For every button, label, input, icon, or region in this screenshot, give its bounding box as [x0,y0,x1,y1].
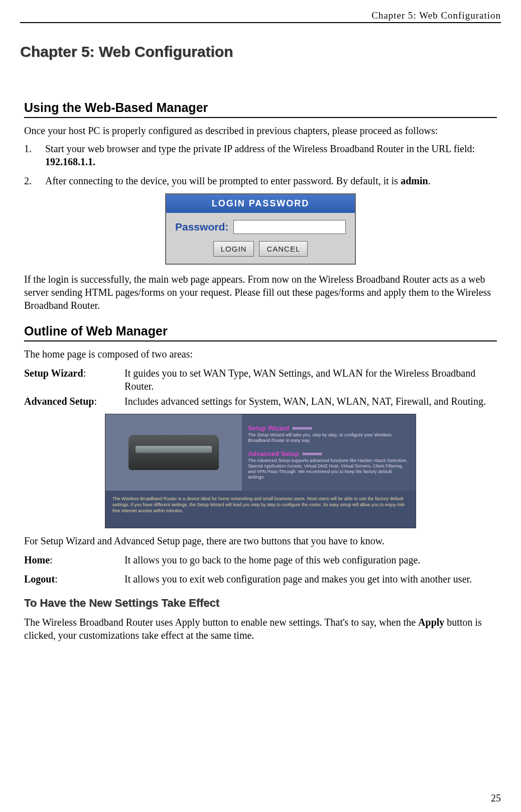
router-device-icon [128,435,219,470]
advanced-text: The Advanced Setup supports advanced fun… [248,458,409,481]
advanced-setup-desc: Includes advanced settings for System, W… [124,394,497,409]
advanced-bar-icon [302,452,322,455]
section-title-using: Using the Web-Based Manager [24,100,497,118]
running-head: Chapter 5: Web Configuration [20,10,501,23]
section-title-outline: Outline of Web Manager [24,324,497,341]
login-button[interactable]: LOGIN [213,241,254,257]
steps-list: Start your web browser and type the priv… [24,142,497,187]
step-2-dot: . [428,175,431,186]
step-1-text: Start your web browser and type the priv… [45,143,475,154]
setup-wizard-desc: It guides you to set WAN Type, WAN Setti… [124,366,497,394]
buttons-table: Home: It allows you to go back to the ho… [24,552,497,587]
chapter-title: Chapter 5: Web Configuration [20,43,501,60]
wizard-text: The Setup Wizard will take you, step by … [248,432,409,444]
step-2-admin: admin [401,175,428,186]
after-image-text: For Setup Wizard and Advanced Setup page… [24,534,497,547]
home-term: Home [24,554,50,565]
after-login-text: If the login is successfully, the main w… [24,273,497,312]
home-desc: It allows you to go back to the home pag… [124,552,497,571]
apply-body: The Wireless Broadband Router uses Apply… [24,616,497,642]
apply-word: Apply [418,617,444,628]
outline-intro: The home page is composed of two areas: [24,347,497,361]
password-input[interactable] [233,220,346,234]
step-2-text: After connecting to the device, you will… [45,175,401,186]
router-footer-text: The Wireless Broadband Router is a devic… [105,491,416,528]
home-page-screenshot: Setup Wizard The Setup Wizard will take … [105,414,416,528]
step-1: Start your web browser and type the priv… [24,142,497,168]
step-1-ip: 192.168.1.1. [45,156,95,167]
router-image-panel [105,414,242,491]
advanced-heading: Advanced Setup [248,450,299,457]
areas-table: Setup Wizard: It guides you to set WAN T… [24,366,497,409]
cancel-button[interactable]: CANCEL [259,241,308,257]
wizard-heading: Setup Wizard [248,424,289,432]
step-2: After connecting to the device, you will… [24,174,497,187]
setup-wizard-term: Setup Wizard [24,368,83,379]
advanced-setup-term: Advanced Setup [24,396,94,407]
sub-title-apply: To Have the New Settings Take Effect [24,597,497,610]
login-header: LOGIN PASSWORD [166,194,355,213]
password-label: Password: [175,221,228,233]
page-number: 25 [491,792,501,804]
apply-body-a: The Wireless Broadband Router uses Apply… [24,617,418,628]
login-dialog: LOGIN PASSWORD Password: LOGIN CANCEL [165,193,356,265]
wizard-bar-icon [292,427,312,430]
logout-term: Logout [24,573,55,585]
logout-desc: It allows you to exit web configuration … [124,571,497,587]
intro-text: Once your host PC is properly configured… [24,124,497,137]
